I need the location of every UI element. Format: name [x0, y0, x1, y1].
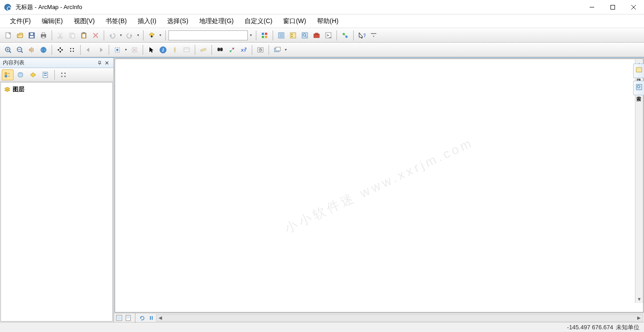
svg-text:?: ? [363, 33, 365, 38]
minimize-button[interactable] [582, 0, 602, 14]
catalog-button[interactable] [288, 30, 298, 41]
measure-button[interactable] [198, 44, 209, 55]
html-popup-button[interactable] [181, 44, 192, 55]
copy-button[interactable] [67, 30, 77, 41]
catalog-tab[interactable]: 目录 [633, 63, 644, 78]
redo-button[interactable] [124, 30, 135, 41]
refresh-button[interactable] [138, 314, 146, 322]
toolbox-button[interactable] [311, 30, 322, 41]
right-docked-tabs: 目录 搜索 [633, 63, 644, 95]
goto-xy-button[interactable]: XY [238, 44, 249, 55]
undo-dropdown[interactable]: ▾ [119, 33, 123, 37]
svg-marker-69 [59, 51, 61, 53]
scale-combobox[interactable] [168, 30, 248, 40]
svg-point-18 [61, 37, 62, 39]
redo-dropdown[interactable]: ▾ [136, 33, 140, 37]
hyperlink-button[interactable] [169, 44, 180, 55]
print-button[interactable] [38, 30, 49, 41]
menu-edit[interactable]: 编辑(E) [36, 15, 68, 27]
scale-dropdown[interactable]: ▾ [249, 33, 253, 37]
editor-toolbar-button[interactable] [259, 30, 270, 41]
delete-button[interactable] [90, 30, 101, 41]
fixed-zoom-out-button[interactable] [67, 44, 77, 55]
tree-root-layers[interactable]: 图层 [3, 84, 111, 94]
menu-help[interactable]: 帮助(H) [312, 15, 344, 27]
svg-marker-117 [5, 89, 10, 92]
whats-this-button[interactable]: ? [356, 30, 367, 41]
svg-marker-73 [72, 50, 74, 52]
toc-button[interactable] [276, 30, 287, 41]
data-view-button[interactable] [115, 314, 123, 322]
zoom-out-button[interactable] [14, 44, 25, 55]
python-window-button[interactable]: >_ [323, 30, 334, 41]
maximize-button[interactable] [602, 0, 623, 14]
cut-button[interactable] [55, 30, 66, 41]
svg-marker-70 [70, 48, 72, 49]
prev-extent-button[interactable] [83, 44, 94, 55]
menu-selection[interactable]: 选择(S) [162, 15, 194, 27]
menu-file[interactable]: 文件(F) [5, 15, 36, 27]
scroll-right-icon[interactable]: ▶ [635, 315, 643, 320]
svg-rect-30 [262, 33, 264, 35]
add-data-button[interactable]: + [146, 30, 157, 41]
scroll-down-icon[interactable]: ▼ [635, 295, 643, 303]
time-slider-button[interactable] [255, 44, 266, 55]
search-tab[interactable]: 搜索 [633, 81, 644, 95]
svg-rect-39 [291, 34, 293, 35]
svg-line-57 [10, 51, 11, 53]
save-button[interactable] [26, 30, 37, 41]
list-by-selection-button[interactable] [40, 69, 52, 80]
fixed-zoom-in-button[interactable] [55, 44, 66, 55]
vertical-scrollbar[interactable]: ▲ ▼ [635, 59, 643, 303]
toolbar-options-button[interactable] [368, 30, 379, 41]
create-viewer-button[interactable] [272, 44, 283, 55]
pan-button[interactable] [26, 44, 37, 55]
tree-root-label: 图层 [13, 85, 24, 93]
menu-bookmarks[interactable]: 书签(B) [100, 15, 132, 27]
select-elements-button[interactable] [146, 44, 157, 55]
create-viewer-dropdown[interactable]: ▾ [284, 48, 288, 52]
zoom-in-button[interactable] [3, 44, 14, 55]
layout-view-button[interactable] [124, 314, 132, 322]
svg-rect-125 [636, 68, 642, 72]
horizontal-scrollbar[interactable]: ◀ ▶ [156, 314, 643, 322]
svg-rect-23 [82, 32, 85, 34]
menu-customize[interactable]: 自定义(C) [239, 15, 278, 27]
clear-selection-button[interactable] [129, 44, 140, 55]
select-features-dropdown[interactable]: ▾ [124, 48, 128, 52]
pin-icon[interactable] [96, 59, 103, 67]
close-button[interactable] [623, 0, 644, 14]
select-features-button[interactable] [112, 44, 123, 55]
full-extent-button[interactable] [38, 44, 49, 55]
model-builder-button[interactable] [340, 30, 351, 41]
svg-point-49 [346, 35, 348, 38]
list-by-visibility-button[interactable] [27, 69, 39, 80]
undo-button[interactable] [107, 30, 118, 41]
paste-button[interactable] [78, 30, 89, 41]
search-window-button[interactable] [299, 30, 310, 41]
options-button[interactable] [58, 69, 69, 80]
menu-insert[interactable]: 插入(I) [132, 15, 162, 27]
new-button[interactable] [3, 30, 14, 41]
list-by-drawing-order-button[interactable] [2, 69, 14, 80]
toc-tree[interactable]: 图层 [0, 82, 113, 322]
identify-button[interactable]: i [158, 44, 168, 55]
svg-rect-100 [99, 61, 101, 63]
svg-point-17 [58, 37, 60, 39]
menu-view[interactable]: 视图(V) [68, 15, 101, 27]
svg-rect-4 [611, 5, 615, 9]
panel-close-icon[interactable]: ✕ [103, 59, 111, 67]
open-button[interactable] [14, 30, 25, 41]
map-canvas[interactable]: 小小软件迷 www.xxrjm.com ▲ ▼ [115, 59, 644, 312]
find-button[interactable] [215, 44, 226, 55]
svg-marker-71 [72, 48, 74, 49]
find-route-button[interactable] [226, 44, 237, 55]
menu-geoprocessing[interactable]: 地理处理(G) [194, 15, 239, 27]
next-extent-button[interactable] [95, 44, 106, 55]
pause-button[interactable] [147, 314, 155, 322]
menu-windows[interactable]: 窗口(W) [278, 15, 312, 27]
add-data-dropdown[interactable]: ▾ [158, 33, 163, 37]
scroll-left-icon[interactable]: ◀ [157, 315, 164, 320]
svg-rect-114 [61, 76, 62, 77]
list-by-source-button[interactable] [14, 69, 26, 80]
